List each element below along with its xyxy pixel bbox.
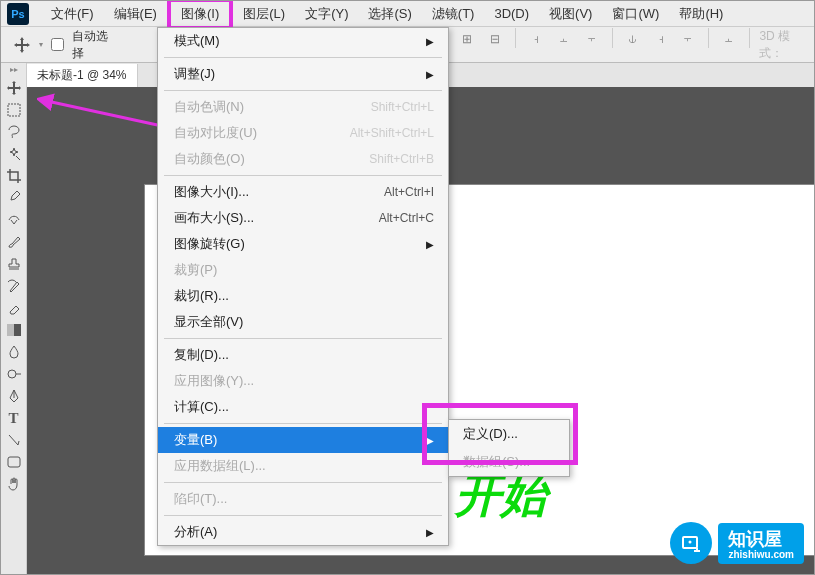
path-tool[interactable]	[2, 429, 26, 451]
shape-tool[interactable]	[2, 451, 26, 473]
brush-tool[interactable]	[2, 231, 26, 253]
crop-tool[interactable]	[2, 165, 26, 187]
dist-icon[interactable]: ⫠	[718, 28, 740, 50]
menu-item: 裁剪(P)	[158, 257, 448, 283]
ps-logo: Ps	[7, 3, 29, 25]
dropdown-indicator[interactable]: ▾	[39, 40, 43, 49]
auto-select-label: 自动选择	[72, 28, 120, 62]
align-icon[interactable]: ⫟	[581, 28, 603, 50]
image-menu-dropdown: 模式(M)▶调整(J)▶自动色调(N)Shift+Ctrl+L自动对比度(U)A…	[157, 27, 449, 546]
menu-edit[interactable]: 编辑(E)	[104, 2, 167, 26]
wand-tool[interactable]	[2, 143, 26, 165]
mode-3d-label: 3D 模式：	[759, 28, 814, 62]
marquee-tool[interactable]	[2, 99, 26, 121]
gradient-tool[interactable]	[2, 319, 26, 341]
menu-item: 应用图像(Y)...	[158, 368, 448, 394]
menu-item: 自动对比度(U)Alt+Shift+Ctrl+L	[158, 120, 448, 146]
dist-icon[interactable]: ⫞	[650, 28, 672, 50]
menu-select[interactable]: 选择(S)	[358, 2, 421, 26]
menu-item[interactable]: 模式(M)▶	[158, 28, 448, 54]
hand-tool[interactable]	[2, 473, 26, 495]
align-icon[interactable]: ⊟	[484, 28, 506, 50]
type-tool[interactable]: T	[2, 407, 26, 429]
align-icon[interactable]: ⊞	[456, 28, 478, 50]
align-icon[interactable]: ⫠	[553, 28, 575, 50]
heal-tool[interactable]	[2, 209, 26, 231]
menu-item[interactable]: 画布大小(S)...Alt+Ctrl+C	[158, 205, 448, 231]
menu-item[interactable]: 图像大小(I)...Alt+Ctrl+I	[158, 179, 448, 205]
watermark-text: 知识屋 zhishiwu.com	[718, 523, 804, 564]
svg-rect-2	[7, 324, 14, 336]
menu-item[interactable]: 复制(D)...	[158, 342, 448, 368]
menu-file[interactable]: 文件(F)	[41, 2, 104, 26]
move-tool[interactable]	[2, 77, 26, 99]
auto-select-checkbox[interactable]	[51, 38, 64, 51]
menu-item[interactable]: 变量(B)▶	[158, 427, 448, 453]
menu-item: 自动颜色(O)Shift+Ctrl+B	[158, 146, 448, 172]
history-brush-tool[interactable]	[2, 275, 26, 297]
lasso-tool[interactable]	[2, 121, 26, 143]
menu-layer[interactable]: 图层(L)	[233, 2, 295, 26]
eyedropper-tool[interactable]	[2, 187, 26, 209]
watermark-icon	[670, 522, 712, 564]
collapse-icon[interactable]: ▸▸	[10, 65, 18, 77]
menubar: Ps 文件(F) 编辑(E) 图像(I) 图层(L) 文字(Y) 选择(S) 滤…	[1, 1, 814, 27]
menu-item[interactable]: 显示全部(V)	[158, 309, 448, 335]
submenu-item: 数据组(S)...	[449, 448, 569, 476]
menu-item[interactable]: 图像旋转(G)▶	[158, 231, 448, 257]
optbar-align-icons: ▦ ⊞ ⊟ ⫞ ⫠ ⫟ ⫝ ⫞ ⫟ ⫠ 3D 模式：	[428, 28, 814, 62]
menu-item: 陷印(T)...	[158, 486, 448, 512]
dist-icon[interactable]: ⫝	[622, 28, 644, 50]
submenu-item[interactable]: 定义(D)...	[449, 420, 569, 448]
menu-3d[interactable]: 3D(D)	[484, 3, 539, 24]
dodge-tool[interactable]	[2, 363, 26, 385]
watermark-url: zhishiwu.com	[728, 549, 794, 560]
menu-item[interactable]: 裁切(R)...	[158, 283, 448, 309]
menu-image[interactable]: 图像(I)	[167, 0, 233, 30]
svg-point-3	[8, 370, 16, 378]
watermark: 知识屋 zhishiwu.com	[670, 522, 804, 564]
variable-submenu: 定义(D)...数据组(S)...	[448, 419, 570, 477]
align-icon[interactable]: ⫞	[525, 28, 547, 50]
menu-item[interactable]: 计算(C)...	[158, 394, 448, 420]
svg-rect-4	[8, 457, 20, 467]
svg-rect-0	[8, 104, 20, 116]
svg-point-7	[689, 541, 692, 544]
menu-item[interactable]: 调整(J)▶	[158, 61, 448, 87]
watermark-brand: 知识屋	[728, 529, 782, 549]
pen-tool[interactable]	[2, 385, 26, 407]
menu-item: 自动色调(N)Shift+Ctrl+L	[158, 94, 448, 120]
menu-help[interactable]: 帮助(H)	[669, 2, 733, 26]
menu-item[interactable]: 分析(A)▶	[158, 519, 448, 545]
menu-filter[interactable]: 滤镜(T)	[422, 2, 485, 26]
menu-view[interactable]: 视图(V)	[539, 2, 602, 26]
toolbar: ▸▸ T	[1, 63, 27, 574]
stamp-tool[interactable]	[2, 253, 26, 275]
menu-type[interactable]: 文字(Y)	[295, 2, 358, 26]
blur-tool[interactable]	[2, 341, 26, 363]
dist-icon[interactable]: ⫟	[678, 28, 700, 50]
menu-window[interactable]: 窗口(W)	[602, 2, 669, 26]
move-icon	[13, 36, 31, 54]
eraser-tool[interactable]	[2, 297, 26, 319]
document-tab[interactable]: 未标题-1 @ 34%	[27, 64, 138, 87]
menu-item: 应用数据组(L)...	[158, 453, 448, 479]
